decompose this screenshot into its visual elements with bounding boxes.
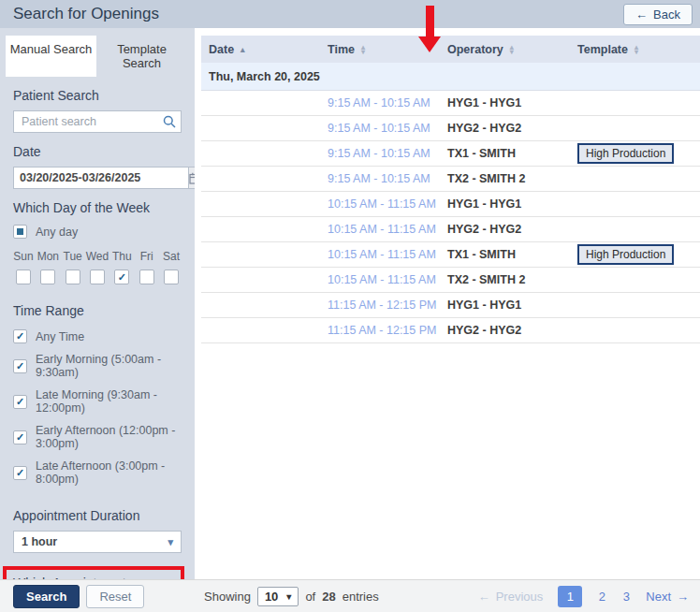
page-number-3[interactable]: 3: [621, 590, 631, 604]
any-day-checkbox[interactable]: [13, 225, 27, 239]
left-arrow-icon: ←: [478, 590, 490, 604]
operatory-value: HYG1 - HYG1: [447, 96, 521, 109]
search-button[interactable]: Search: [13, 585, 80, 608]
early-morning-label: Early Morning (5:00am - 9:30am): [36, 353, 182, 379]
early-morning-checkbox[interactable]: [13, 359, 27, 373]
day-checkbox-sun[interactable]: [16, 270, 31, 284]
date-group-row: Thu, March 20, 2025: [201, 63, 700, 91]
sort-asc-icon: ▴: [241, 45, 245, 54]
results-area: Date ▴ Time ▴▾ Operatory ▴▾ Template ▴▾: [195, 28, 700, 579]
time-slot-link[interactable]: 10:15 AM - 11:15 AM: [328, 197, 436, 211]
page-number-1[interactable]: 1: [558, 586, 582, 607]
search-for-openings-window: Search for Openings ← Back Manual Search…: [0, 0, 700, 612]
chevron-down-icon: ▾: [168, 536, 173, 548]
day-label-sat: Sat: [163, 250, 180, 263]
table-row: 10:15 AM - 11:15 AM HYG2 - HYG2: [201, 217, 700, 242]
back-button-label: Back: [653, 7, 680, 22]
early-afternoon-checkbox[interactable]: [13, 430, 27, 444]
total-entries-count: 28: [322, 590, 335, 604]
operatory-value: TX1 - SMITH: [447, 248, 516, 261]
time-slot-link[interactable]: 9:15 AM - 10:15 AM: [328, 147, 430, 160]
page-number-2[interactable]: 2: [597, 590, 606, 604]
reset-button[interactable]: Reset: [86, 585, 144, 608]
day-checkbox-thu[interactable]: [114, 270, 129, 284]
template-badge: High Production: [577, 143, 674, 164]
table-row: 9:15 AM - 10:15 AM HYG1 - HYG1: [201, 91, 700, 116]
search-icon[interactable]: [163, 115, 176, 131]
operatory-value: HYG1 - HYG1: [447, 299, 521, 312]
late-afternoon-checkbox[interactable]: [13, 466, 27, 480]
tab-manual-search[interactable]: Manual Search: [6, 36, 96, 77]
any-time-label: Any Time: [36, 330, 84, 343]
appointment-duration-select[interactable]: 1 hour ▾: [13, 531, 182, 553]
any-day-label: Any day: [36, 226, 78, 239]
sort-icon: ▴▾: [510, 45, 514, 54]
date-range-input[interactable]: [13, 167, 188, 189]
table-header-row: Date ▴ Time ▴▾ Operatory ▴▾ Template ▴▾: [201, 36, 700, 63]
operatory-value: HYG2 - HYG2: [447, 122, 521, 135]
search-sidebar: Manual Search Template Search Patient Se…: [0, 28, 195, 579]
operatory-value: TX1 - SMITH: [447, 147, 516, 160]
day-label-tue: Tue: [64, 250, 82, 263]
column-header-time[interactable]: Time ▴▾: [328, 43, 447, 56]
time-slot-link[interactable]: 11:15 AM - 12:15 PM: [328, 324, 437, 337]
showing-of: of: [305, 590, 315, 604]
table-row: 10:15 AM - 11:15 AM HYG1 - HYG1: [201, 192, 700, 217]
column-header-template[interactable]: Template ▴▾: [577, 43, 700, 56]
table-row: 10:15 AM - 11:15 AM TX2 - SMITH 2: [201, 268, 700, 293]
next-page-button[interactable]: Next →: [646, 590, 689, 604]
day-label-mon: Mon: [37, 250, 59, 263]
tab-template-search[interactable]: Template Search: [96, 36, 187, 77]
back-button[interactable]: ← Back: [623, 4, 693, 25]
table-row: 9:15 AM - 10:15 AM TX1 - SMITH High Prod…: [201, 141, 700, 167]
title-bar: Search for Openings ← Back: [0, 0, 700, 28]
time-slot-link[interactable]: 11:15 AM - 12:15 PM: [328, 299, 437, 312]
time-range-heading: Time Range: [13, 303, 182, 318]
late-afternoon-label: Late Afternoon (3:00pm - 8:00pm): [36, 459, 182, 486]
appointment-duration-value: 1 hour: [22, 535, 57, 548]
day-checkbox-mon[interactable]: [40, 270, 55, 284]
day-label-wed: Wed: [86, 250, 109, 263]
column-header-operatory[interactable]: Operatory ▴▾: [447, 43, 577, 56]
weekday-selector: Sun Mon Tue Wed: [13, 250, 182, 284]
sort-icon: ▴▾: [361, 45, 365, 54]
previous-page-button[interactable]: ← Previous: [478, 590, 544, 604]
day-checkbox-tue[interactable]: [66, 270, 80, 284]
table-row: 11:15 AM - 12:15 PM HYG1 - HYG1: [201, 293, 700, 318]
page-title: Search for Openings: [13, 5, 159, 23]
day-checkbox-sat[interactable]: [164, 270, 179, 284]
showing-entries: Showing 10 ▾ of 28 entries: [204, 587, 379, 606]
page-size-select[interactable]: 10 ▾: [257, 587, 299, 606]
operatory-value: TX2 - SMITH 2: [447, 172, 525, 185]
time-slot-link[interactable]: 9:15 AM - 10:15 AM: [328, 96, 430, 109]
operatory-value: HYG1 - HYG1: [447, 197, 521, 211]
date-heading: Date: [13, 144, 182, 159]
table-row: 9:15 AM - 10:15 AM HYG2 - HYG2: [201, 116, 700, 141]
table-row: 9:15 AM - 10:15 AM TX2 - SMITH 2: [201, 167, 700, 192]
group-date-label: Thu, March 20, 2025: [201, 70, 328, 83]
showing-prefix: Showing: [204, 590, 251, 604]
day-checkbox-wed[interactable]: [90, 270, 105, 284]
appointment-duration-heading: Appointment Duration: [13, 508, 182, 523]
time-slot-link[interactable]: 10:15 AM - 11:15 AM: [328, 223, 436, 236]
content-area: Manual Search Template Search Patient Se…: [0, 28, 700, 579]
patient-search-input[interactable]: [13, 110, 182, 133]
day-checkbox-fri[interactable]: [139, 270, 154, 284]
back-arrow-icon: ←: [635, 7, 648, 22]
sort-icon: ▴▾: [634, 45, 638, 54]
footer-bar: Search Reset Showing 10 ▾ of 28 entries …: [0, 579, 700, 612]
red-box-annotation: Which Appointment Providers Select ▾: [3, 566, 184, 579]
column-header-date[interactable]: Date ▴: [201, 43, 328, 56]
right-arrow-icon: →: [677, 590, 689, 604]
late-morning-checkbox[interactable]: [13, 395, 27, 409]
day-label-sun: Sun: [13, 250, 33, 263]
time-slot-link[interactable]: 9:15 AM - 10:15 AM: [328, 172, 430, 185]
calendar-icon[interactable]: [188, 167, 195, 189]
time-slot-link[interactable]: 9:15 AM - 10:15 AM: [328, 122, 430, 135]
chevron-down-icon: ▾: [286, 591, 291, 602]
any-time-checkbox[interactable]: [13, 329, 27, 343]
table-row: 10:15 AM - 11:15 AM TX1 - SMITH High Pro…: [201, 242, 700, 268]
time-slot-link[interactable]: 10:15 AM - 11:15 AM: [328, 273, 436, 286]
time-slot-link[interactable]: 10:15 AM - 11:15 AM: [328, 248, 436, 261]
page-size-value: 10: [265, 590, 278, 604]
